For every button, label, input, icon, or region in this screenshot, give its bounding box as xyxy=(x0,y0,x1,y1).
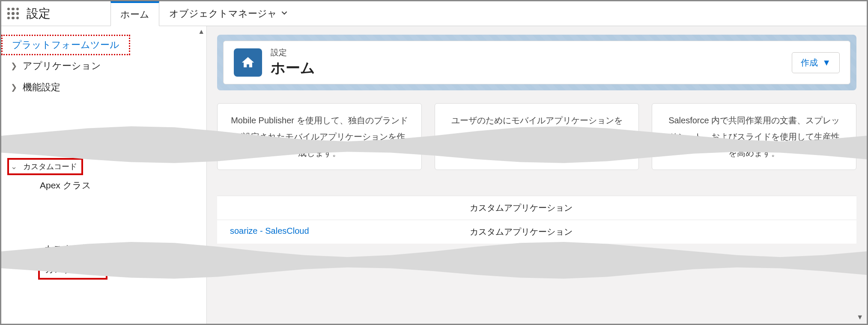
app-name-label: 設定 xyxy=(25,1,110,26)
hero-eyebrow: 設定 xyxy=(271,47,315,58)
table-row[interactable]: soarize - SalesCloud カスタムアプリケーション xyxy=(217,220,856,244)
main-content: 設定 ホーム 作成 ▼ Mobile Publisher を使用して、独自のブラ… xyxy=(207,26,867,324)
scroll-down-icon[interactable]: ▼ xyxy=(856,313,863,321)
table-cell-type: カスタムアプリケーション xyxy=(470,202,573,214)
sidebar-item-label: カスタム設定 xyxy=(45,264,101,274)
tab-object-manager[interactable]: オブジェクトマネージャ xyxy=(159,1,297,26)
sidebar-item-custom-permissions[interactable]: カスタム権限 xyxy=(1,239,206,259)
setup-sidebar: ▲ プラットフォームツール ❯ アプリケーション ❯ 機能設定 ❯ ユーザインタ… xyxy=(1,26,207,324)
chevron-right-icon: ❯ xyxy=(11,61,23,71)
table-cell-type: カスタムアプリケーション xyxy=(470,226,573,238)
recent-items-table: カスタムアプリケーション soarize - SalesCloud カスタムアプ… xyxy=(217,196,856,244)
home-icon xyxy=(234,48,262,77)
sidebar-item-user-interface[interactable]: ❯ ユーザインターフェース xyxy=(1,137,206,158)
chevron-down-icon: ⌄ xyxy=(11,162,21,171)
global-header: 設定 ホーム オブジェクトマネージャ xyxy=(1,1,867,26)
nav-tabs: ホーム オブジェクトマネージャ xyxy=(110,1,297,26)
sidebar-item-label: カスタムコード xyxy=(23,162,77,171)
table-cell-name[interactable]: soarize - SalesCloud xyxy=(230,226,470,238)
tab-home[interactable]: ホーム xyxy=(110,1,159,26)
app-launcher-button[interactable] xyxy=(1,1,25,26)
sidebar-item-feature-settings[interactable]: ❯ 機能設定 xyxy=(1,77,206,98)
info-cards-row: Mobile Publisher を使用して、独自のブランドが設定されたモバイル… xyxy=(217,103,856,170)
sidebar-item-label: Apex クラス xyxy=(40,179,91,191)
caret-down-icon: ▼ xyxy=(822,58,831,68)
sidebar-item-custom-settings[interactable]: カスタム設定 xyxy=(38,259,107,280)
chevron-right-icon: ❯ xyxy=(11,83,23,92)
sidebar-item-apex-classes[interactable]: Apex クラス xyxy=(1,175,206,196)
info-card-quip: Salesforce 内で共同作業用の文書、スプレッドシート、およびスライドを使… xyxy=(652,103,856,170)
hero-card: 設定 ホーム 作成 ▼ xyxy=(223,41,850,84)
scroll-up-icon[interactable]: ▲ xyxy=(198,28,205,36)
tab-object-manager-label: オブジェクトマネージャ xyxy=(169,7,277,20)
page-title: ホーム xyxy=(271,58,315,78)
table-cell-name[interactable] xyxy=(230,202,470,214)
hero-banner: 設定 ホーム 作成 ▼ xyxy=(217,35,856,90)
info-card-mobile-app: ユーザのためにモバイルアプリケーションを準備します。 xyxy=(435,103,639,170)
chevron-right-icon: ❯ xyxy=(11,143,23,152)
sidebar-section-platform-tools: プラットフォームツール xyxy=(1,35,130,55)
sidebar-item-label: アプリケーション xyxy=(23,60,101,72)
chevron-down-icon xyxy=(281,10,287,18)
app-launcher-icon xyxy=(7,8,19,20)
tab-home-label: ホーム xyxy=(120,8,149,21)
info-card-mobile-publisher: Mobile Publisher を使用して、独自のブランドが設定されたモバイル… xyxy=(217,103,422,170)
sidebar-item-custom-code[interactable]: ⌄ カスタムコード xyxy=(7,158,83,175)
sidebar-item-label: 機能設定 xyxy=(23,81,60,94)
table-row[interactable]: カスタムアプリケーション xyxy=(217,196,856,220)
sidebar-item-label: ユーザインターフェース xyxy=(23,141,130,154)
create-button-label: 作成 xyxy=(801,57,818,69)
sidebar-item-label: カスタム権限 xyxy=(44,243,100,255)
sidebar-item-applications[interactable]: ❯ アプリケーション xyxy=(1,55,206,77)
create-button[interactable]: 作成 ▼ xyxy=(792,52,840,73)
